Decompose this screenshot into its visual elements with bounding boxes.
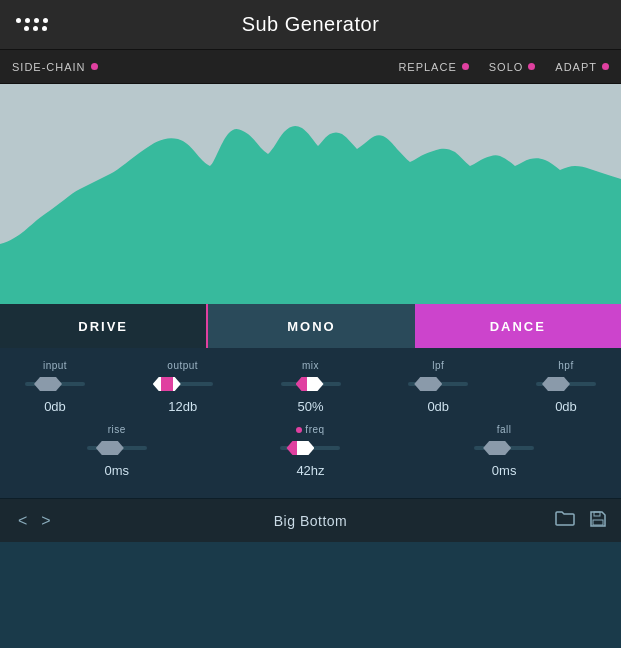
controls-row-2: rise 0ms freq 42hz fall 0ms <box>20 424 601 478</box>
hpf-control: hpf 0db <box>531 360 601 414</box>
output-control: output 12db <box>148 360 218 414</box>
replace-button[interactable]: REPLACE <box>398 61 468 73</box>
preset-name: Big Bottom <box>274 513 347 529</box>
replace-label: REPLACE <box>398 61 456 73</box>
nav-bar: SIDE-CHAIN REPLACE SOLO ADAPT <box>0 50 621 84</box>
mix-fader-thumb <box>296 377 324 391</box>
side-chain-label: SIDE-CHAIN <box>12 61 86 73</box>
fall-value: 0ms <box>492 463 517 478</box>
logo-dot <box>33 26 38 31</box>
mono-button[interactable]: MONO <box>208 304 414 348</box>
bottom-bar: < > Big Bottom <box>0 498 621 542</box>
save-icon[interactable] <box>589 510 607 532</box>
controls-row-1: input 0db output 12db mix 50% lpf <box>20 360 601 414</box>
lpf-fader[interactable] <box>408 375 468 393</box>
controls-area: input 0db output 12db mix 50% lpf <box>0 348 621 498</box>
side-chain-dot <box>91 63 98 70</box>
solo-label: SOLO <box>489 61 524 73</box>
adapt-dot <box>602 63 609 70</box>
input-label: input <box>43 360 67 371</box>
output-fader[interactable] <box>153 375 213 393</box>
folder-icon[interactable] <box>555 510 575 532</box>
rise-value: 0ms <box>105 463 130 478</box>
hpf-fader-thumb <box>542 377 570 391</box>
adapt-button[interactable]: ADAPT <box>555 61 609 73</box>
waveform-display <box>0 84 621 304</box>
mode-bar: DRIVE MONO DANCE <box>0 304 621 348</box>
mix-control: mix 50% <box>276 360 346 414</box>
next-preset-button[interactable]: > <box>37 510 54 532</box>
freq-label: freq <box>296 424 324 435</box>
lpf-value: 0db <box>427 399 449 414</box>
replace-dot <box>462 63 469 70</box>
rise-label: rise <box>108 424 126 435</box>
freq-value: 42hz <box>296 463 324 478</box>
logo-dot <box>16 18 21 23</box>
input-fader[interactable] <box>25 375 85 393</box>
solo-dot <box>528 63 535 70</box>
lpf-fader-thumb <box>414 377 442 391</box>
freq-fader[interactable] <box>280 439 340 457</box>
logo-dot <box>25 18 30 23</box>
dance-button[interactable]: DANCE <box>415 304 621 348</box>
logo-dot <box>42 26 47 31</box>
mix-fader[interactable] <box>281 375 341 393</box>
prev-preset-button[interactable]: < <box>14 510 31 532</box>
rise-fader[interactable] <box>87 439 147 457</box>
logo-dot <box>24 26 29 31</box>
logo-dot <box>34 18 39 23</box>
output-label: output <box>167 360 198 371</box>
preset-nav: < > <box>14 510 55 532</box>
freq-control: freq 42hz <box>275 424 345 478</box>
input-value: 0db <box>44 399 66 414</box>
freq-fader-thumb <box>286 441 314 455</box>
hpf-label: hpf <box>558 360 573 371</box>
side-chain-button[interactable]: SIDE-CHAIN <box>12 61 98 73</box>
waveform-svg <box>0 84 621 304</box>
hpf-value: 0db <box>555 399 577 414</box>
svg-rect-2 <box>593 520 603 525</box>
input-fader-thumb <box>34 377 62 391</box>
fall-label: fall <box>497 424 512 435</box>
mix-label: mix <box>302 360 319 371</box>
logo <box>16 18 48 31</box>
output-value: 12db <box>168 399 197 414</box>
rise-control: rise 0ms <box>82 424 152 478</box>
output-fader-thumb <box>153 377 181 391</box>
lpf-label: lpf <box>432 360 444 371</box>
hpf-fader[interactable] <box>536 375 596 393</box>
mix-value: 50% <box>297 399 323 414</box>
drive-button[interactable]: DRIVE <box>0 304 208 348</box>
lpf-control: lpf 0db <box>403 360 473 414</box>
fall-control: fall 0ms <box>469 424 539 478</box>
adapt-label: ADAPT <box>555 61 597 73</box>
freq-active-dot <box>296 427 302 433</box>
fall-fader-thumb <box>483 441 511 455</box>
solo-button[interactable]: SOLO <box>489 61 536 73</box>
input-control: input 0db <box>20 360 90 414</box>
header: Sub Generator <box>0 0 621 50</box>
nav-right: REPLACE SOLO ADAPT <box>398 61 609 73</box>
fall-fader[interactable] <box>474 439 534 457</box>
logo-dot <box>43 18 48 23</box>
bottom-icons <box>555 510 607 532</box>
rise-fader-thumb <box>96 441 124 455</box>
app-title: Sub Generator <box>242 13 380 36</box>
